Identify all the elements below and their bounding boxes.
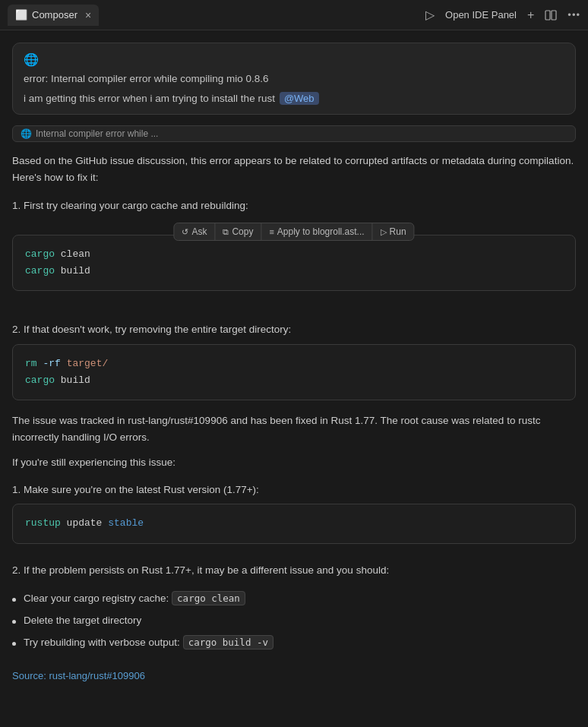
- ask-label: Ask: [191, 226, 207, 237]
- play-button[interactable]: ▷: [425, 8, 435, 22]
- title-bar-left: ⬜ Composer ×: [8, 5, 421, 26]
- bullet-dot: [12, 620, 16, 624]
- error-title: error: Internal compiler error while com…: [24, 73, 564, 84]
- run-button[interactable]: ▷ Run: [373, 223, 414, 240]
- code-token: build: [55, 265, 90, 277]
- composer-tab[interactable]: ⬜ Composer ×: [8, 5, 99, 26]
- open-ide-button[interactable]: Open IDE Panel: [445, 9, 517, 21]
- code-token: -rf: [37, 358, 61, 369]
- copy-icon: ⧉: [223, 227, 229, 237]
- apply-icon: ≡: [269, 227, 273, 236]
- web-search-label: Internal compiler error while ...: [36, 128, 158, 139]
- code-content-3: rustup update stable: [13, 504, 575, 542]
- main-content: 🌐 error: Internal compiler error while c…: [0, 30, 588, 694]
- code-block-3: rustup update stable: [12, 504, 576, 543]
- bullet-list: Clear your cargo registry cache: cargo c…: [12, 590, 576, 656]
- if-text: If you're still experiencing this issue:: [12, 454, 576, 471]
- code-content-1: cargo clean cargo build: [13, 235, 575, 290]
- add-button[interactable]: +: [527, 8, 534, 22]
- code-block-2: rm -rf target/ cargo build: [12, 344, 576, 400]
- code-token: rustup: [25, 517, 61, 529]
- at-web-tag[interactable]: @Web: [280, 92, 319, 105]
- middle-text: The issue was tracked in rust-lang/rust#…: [12, 412, 576, 447]
- title-bar: ⬜ Composer × ▷ Open IDE Panel + •••: [0, 0, 588, 30]
- code-token: target/: [61, 358, 108, 369]
- ask-icon: ↺: [182, 227, 188, 237]
- code-token: build: [55, 375, 90, 386]
- step4-label: 2. If the problem persists on Rust 1.77+…: [12, 562, 576, 579]
- step1-label: 1. First try clearing your cargo cache a…: [12, 198, 576, 214]
- globe-icon: 🌐: [24, 52, 564, 67]
- code-token: cargo: [25, 248, 55, 260]
- bullet-text: Delete the target directory: [24, 612, 141, 630]
- list-item: Clear your cargo registry cache: cargo c…: [12, 590, 576, 608]
- code-content-2: rm -rf target/ cargo build: [13, 345, 575, 400]
- more-button[interactable]: •••: [567, 9, 580, 21]
- ask-button[interactable]: ↺ Ask: [174, 223, 215, 240]
- tab-label: Composer: [32, 9, 77, 21]
- step3-label: 1. Make sure you're on the latest Rust v…: [12, 482, 576, 498]
- step2-label: 2. If that doesn't work, try removing th…: [12, 321, 576, 338]
- bullet-dot: [12, 642, 16, 646]
- code-block-1-wrapper: ↺ Ask ⧉ Copy ≡ Apply to blogroll.ast... …: [12, 235, 576, 303]
- tab-close-icon[interactable]: ×: [85, 9, 91, 21]
- svg-rect-1: [552, 11, 556, 20]
- code-block-1: cargo clean cargo build: [12, 235, 576, 291]
- user-message-box: 🌐 error: Internal compiler error while c…: [12, 43, 576, 115]
- code-token: cargo: [25, 265, 55, 277]
- web-globe-icon: 🌐: [21, 128, 32, 139]
- copy-button[interactable]: ⧉ Copy: [215, 223, 261, 240]
- code-token: update: [61, 517, 103, 529]
- bullet-dot: [12, 598, 16, 602]
- code-token: cargo: [25, 375, 55, 386]
- split-button[interactable]: [545, 9, 557, 21]
- inline-code: cargo clean: [172, 591, 245, 605]
- code-token: clean: [55, 248, 90, 260]
- user-message-body: i am getting this error when i am trying…: [24, 92, 564, 105]
- response-intro: Based on the GitHub issue discussion, th…: [12, 153, 576, 187]
- user-message-text: i am getting this error when i am trying…: [24, 93, 275, 104]
- inline-code: cargo build -v: [183, 635, 273, 650]
- bullet-text: Try rebuilding with verbose output: carg…: [24, 634, 273, 652]
- apply-button[interactable]: ≡ Apply to blogroll.ast...: [261, 223, 372, 240]
- list-item: Try rebuilding with verbose output: carg…: [12, 634, 576, 652]
- apply-label: Apply to blogroll.ast...: [277, 226, 365, 237]
- list-item: Delete the target directory: [12, 612, 576, 630]
- bullet-text: Clear your cargo registry cache: cargo c…: [24, 590, 245, 608]
- composer-icon: ⬜: [15, 9, 27, 21]
- run-icon: ▷: [381, 227, 387, 237]
- code-token: stable: [102, 517, 144, 529]
- copy-label: Copy: [232, 226, 253, 237]
- code-toolbar-1: ↺ Ask ⧉ Copy ≡ Apply to blogroll.ast... …: [173, 223, 414, 241]
- run-label: Run: [390, 226, 406, 237]
- title-bar-right: ▷ Open IDE Panel + •••: [425, 8, 580, 22]
- web-search-indicator: 🌐 Internal compiler error while ...: [12, 125, 576, 142]
- source-link[interactable]: Source: rust-lang/rust#109906: [12, 670, 576, 681]
- svg-rect-0: [545, 11, 550, 20]
- code-token: rm: [25, 358, 37, 369]
